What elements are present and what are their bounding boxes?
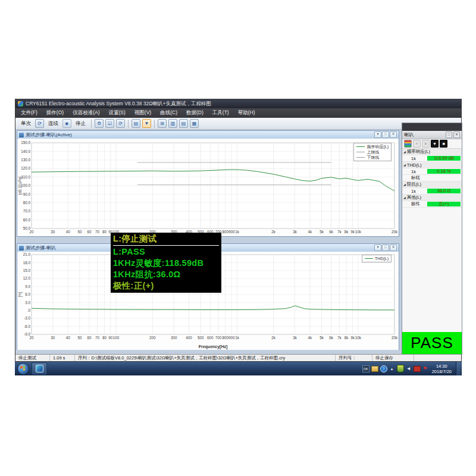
refresh-icon[interactable]: ⟳: [116, 119, 125, 128]
panel-maximize-icon[interactable]: □: [382, 131, 389, 138]
x-tick-label: 10k: [355, 336, 362, 340]
settings-icon[interactable]: ⚙: [95, 119, 104, 128]
legend-item: 下限线: [356, 155, 389, 160]
menu-help[interactable]: 帮助(H): [238, 109, 255, 117]
statistics-icon[interactable]: [404, 140, 412, 148]
group-impedance[interactable]: ◢ 阻抗(L): [402, 181, 462, 188]
menu-curve[interactable]: 曲线(C): [160, 109, 177, 117]
menu-view[interactable]: 视图(V): [134, 109, 151, 117]
table-row[interactable]: 极性 正(+): [402, 201, 462, 208]
continuous-test-button[interactable]: 连续: [46, 119, 61, 129]
taskbar-app-button[interactable]: [32, 362, 47, 375]
system-tray: OK ? ▴ ◄ ⚑ 14:30 2018/7/20: [362, 362, 461, 375]
x-tick-label: 4k: [308, 336, 313, 340]
menu-settings[interactable]: 设置(S): [108, 109, 125, 117]
loop-icon[interactable]: ⟳: [35, 119, 44, 128]
legend-label: 下限线: [367, 155, 379, 161]
stop-square-icon[interactable]: ■: [62, 119, 71, 128]
status-time: 1.09 s: [50, 355, 75, 361]
folder-tray-icon[interactable]: [371, 366, 378, 372]
panel-menu-icon[interactable]: ▾: [374, 131, 381, 138]
menu-data[interactable]: 数据(D): [186, 109, 203, 117]
chart-add-icon[interactable]: ▥: [168, 119, 177, 128]
pin-icon[interactable]: □: [446, 131, 452, 138]
x-tick-label: 60: [87, 336, 92, 340]
tile-vertical-icon[interactable]: ▦: [190, 119, 199, 128]
chart-legend: 频率响应(L) 上限线 下限线: [353, 143, 392, 161]
export-icon[interactable]: ▤: [131, 119, 140, 128]
dock-header-buttons: □ ✕: [446, 131, 460, 138]
table-row[interactable]: 1k 0.18 %: [402, 168, 462, 175]
collapse-icon[interactable]: ■: [440, 140, 447, 148]
group-thd[interactable]: ◢ THD(L): [402, 162, 462, 168]
security-shield-icon[interactable]: [397, 365, 404, 372]
expand-triangle-icon[interactable]: ◢: [403, 196, 406, 199]
panel-close-icon[interactable]: ✕: [390, 131, 397, 138]
show-hidden-icons-arrow[interactable]: ▴: [389, 366, 395, 372]
legend-label: THD(L): [375, 256, 389, 261]
add-icon[interactable]: +: [413, 140, 421, 148]
x-tick-label: 900: [228, 230, 235, 234]
show-desktop-button[interactable]: [456, 362, 461, 375]
action-center-flag-icon[interactable]: ⚑: [422, 366, 428, 372]
y-tick-label: .0: [27, 308, 31, 312]
dropdown-icon[interactable]: ▼: [431, 140, 439, 148]
x-tick-label: 50: [77, 336, 82, 340]
group-other[interactable]: ◢ 其他(L): [402, 195, 462, 201]
single-test-button[interactable]: 单次: [18, 119, 33, 129]
row-label: 1k: [402, 169, 427, 174]
add-report-icon[interactable]: ⊞: [158, 119, 167, 128]
panel-header[interactable]: 测试步骤-喇叭(Active) ▾ □ ✕: [17, 131, 399, 139]
y-tick-label: 120.0: [21, 166, 30, 170]
y-tick-label: 100.0: [21, 183, 30, 187]
expand-triangle-icon[interactable]: ◢: [403, 150, 406, 154]
x-tick-label: 300: [171, 336, 177, 340]
table-row[interactable]: 标线: [402, 175, 462, 181]
delete-icon[interactable]: ✕: [422, 140, 430, 148]
legend-item: THD(L): [365, 256, 389, 261]
x-tick-label: 80: [102, 230, 107, 234]
chart-area: 测试步骤-喇叭(Active) ▾ □ ✕ 150.0140.0130.0120…: [15, 130, 401, 355]
taskbar-clock[interactable]: 14:30 2018/7/20: [432, 364, 452, 374]
group-frequency-response[interactable]: ◢ 频率响应(L): [402, 149, 462, 155]
title-bar: CRY6151 Electro-acoustic Analysis System…: [15, 99, 461, 108]
test-result-overlay: L:停止测试 L:PASS 1KHz灵敏度:118.59dB 1KHz阻抗:36…: [111, 233, 221, 293]
row-value: 0.18 %: [427, 169, 461, 174]
x-tick-label: 20k: [392, 336, 398, 340]
panel-menu-icon[interactable]: ▾: [374, 245, 381, 251]
menu-file[interactable]: 文件(F): [21, 109, 37, 117]
volume-icon[interactable]: ◄: [406, 366, 412, 372]
help-tray-icon[interactable]: ?: [380, 365, 387, 372]
x-tick-label: 900: [228, 336, 235, 340]
y-axis-title: [dB 20uPa]: [18, 176, 23, 195]
result-line-sensitivity: 1KHz灵敏度:118.59dB: [113, 258, 219, 269]
x-tick-label: 9k: [350, 230, 355, 234]
panel-close-icon[interactable]: ✕: [390, 245, 397, 251]
stop-button[interactable]: 停止: [73, 119, 88, 129]
tray-app-icon-red[interactable]: [414, 366, 421, 372]
dock-header[interactable]: 喇叭 □ ✕: [402, 131, 462, 139]
table-row[interactable]: 1k 36.0 Ω: [402, 188, 462, 195]
x-tick-label: 20: [29, 230, 34, 234]
close-icon[interactable]: ✕: [453, 131, 460, 138]
results-dock-panel: 喇叭 □ ✕ + ✕ ▼ ■ ◢ 频率响应(L) 1k: [402, 123, 462, 355]
panel-maximize-icon[interactable]: □: [382, 245, 389, 251]
menu-tools[interactable]: 工具(T): [212, 109, 229, 117]
start-button[interactable]: [17, 363, 29, 375]
tile-horizontal-icon[interactable]: ▤: [179, 119, 188, 128]
y-tick-label: 90.0: [23, 192, 31, 196]
expand-triangle-icon[interactable]: ◢: [403, 163, 406, 167]
language-indicator[interactable]: OK: [362, 365, 369, 372]
table-row[interactable]: 1k 118.59 dB: [402, 155, 462, 162]
legend-line-swatch: [365, 258, 373, 259]
chart-check-icon[interactable]: ☑: [105, 119, 114, 128]
menu-operation[interactable]: 操作(O): [46, 109, 64, 117]
x-tick-label: 6k: [329, 336, 334, 340]
menu-calibration[interactable]: 仪器校准(A): [73, 109, 99, 117]
save-icon[interactable]: ▼: [142, 119, 151, 128]
x-tick-label: 40: [66, 336, 71, 340]
x-tick-label: 10k: [355, 230, 362, 234]
x-tick-label: 50: [77, 230, 82, 234]
expand-triangle-icon[interactable]: ◢: [403, 183, 406, 186]
y-tick-label: 3.0: [25, 300, 30, 305]
